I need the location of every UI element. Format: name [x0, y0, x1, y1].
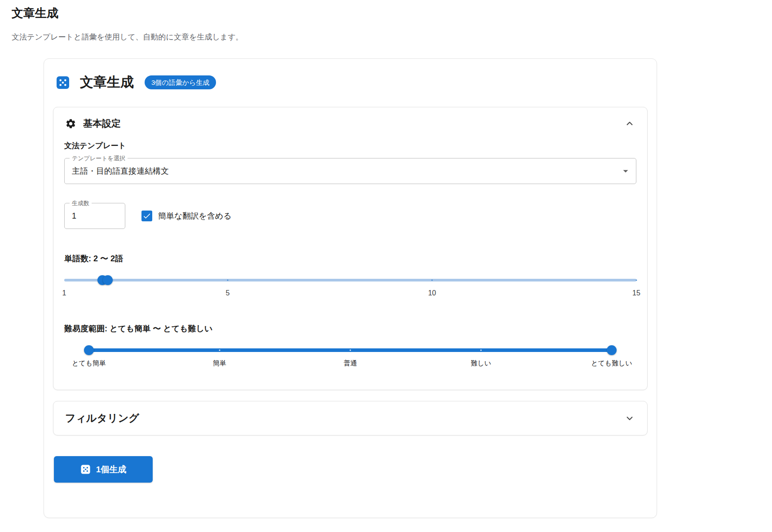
slider-mark	[481, 350, 482, 351]
generation-count-field: 生成数	[64, 203, 125, 229]
slider-mark	[636, 280, 637, 281]
word-count-slider[interactable]	[64, 275, 636, 286]
generate-button[interactable]: 1個生成	[54, 456, 153, 483]
filtering-header[interactable]: フィルタリング	[53, 401, 647, 435]
template-select[interactable]: テンプレートを選択 主語・目的語直接連結構文	[64, 158, 636, 184]
tick-label: とても難しい	[591, 359, 632, 368]
gear-icon	[65, 118, 76, 129]
card-title: 文章生成	[80, 73, 134, 92]
slider-mark	[432, 280, 433, 281]
template-select-value: 主語・目的語直接連結構文	[72, 166, 169, 176]
difficulty-min-thumb[interactable]	[84, 345, 94, 355]
template-field-label: 文法テンプレート	[64, 141, 636, 151]
difficulty-max-thumb[interactable]	[607, 345, 617, 355]
tick-label: とても簡単	[72, 359, 106, 368]
word-count-slider-rail[interactable]	[64, 279, 636, 281]
generation-card: 文章生成 3個の語彙から生成 基本設定 文法テンプレート テンプレートを選択 主…	[44, 58, 657, 518]
page-title: 文章生成	[12, 5, 772, 21]
page-subtitle: 文法テンプレートと語彙を使用して、自動的に文章を生成します。	[12, 32, 772, 42]
translation-checkbox-label: 簡単な翻訳を含める	[158, 211, 232, 221]
generation-count-input[interactable]	[72, 211, 118, 221]
tick-label: 簡単	[213, 359, 226, 368]
generation-count-label: 生成数	[70, 199, 92, 207]
word-count-tick-labels: 1 5 10 15	[64, 289, 636, 299]
tick-label: 1	[62, 289, 66, 297]
filtering-title: フィルタリング	[65, 411, 139, 425]
translation-checkbox[interactable]	[141, 211, 152, 221]
dice-icon	[80, 464, 91, 475]
word-count-max-thumb[interactable]	[103, 275, 113, 285]
tick-label: 5	[226, 289, 230, 297]
slider-mark	[350, 350, 351, 351]
chevron-up-icon[interactable]	[624, 118, 635, 129]
generate-button-label: 1個生成	[96, 464, 127, 475]
difficulty-range-label: 難易度範囲: とても簡単 〜 とても難しい	[64, 323, 636, 334]
basic-settings-content: 文法テンプレート テンプレートを選択 主語・目的語直接連結構文 生成数	[53, 140, 647, 390]
basic-settings-header[interactable]: 基本設定	[53, 107, 647, 140]
difficulty-tick-labels: とても簡単 簡単 普通 難しい とても難しい	[89, 359, 612, 369]
chevron-down-icon[interactable]	[624, 413, 635, 424]
filtering-accordion: フィルタリング	[53, 401, 648, 435]
word-count-label: 単語数: 2 〜 2語	[64, 253, 636, 264]
slider-mark	[227, 280, 228, 281]
tick-label: 難しい	[471, 359, 491, 368]
dropdown-caret-icon	[620, 165, 631, 177]
checkmark-icon	[142, 211, 151, 220]
tick-label: 10	[428, 289, 436, 297]
basic-settings-accordion: 基本設定 文法テンプレート テンプレートを選択 主語・目的語直接連結構文 生成数	[53, 107, 648, 390]
card-header: 文章生成 3個の語彙から生成	[56, 73, 648, 92]
tick-label: 普通	[344, 359, 357, 368]
template-select-floating-label: テンプレートを選択	[70, 154, 128, 162]
vocab-count-chip: 3個の語彙から生成	[145, 75, 216, 89]
basic-settings-title: 基本設定	[83, 117, 121, 130]
difficulty-slider[interactable]	[89, 345, 612, 356]
translation-checkbox-row[interactable]: 簡単な翻訳を含める	[141, 211, 232, 221]
dice-icon	[56, 75, 70, 90]
slider-mark	[219, 350, 221, 351]
tick-label: 15	[632, 289, 640, 297]
